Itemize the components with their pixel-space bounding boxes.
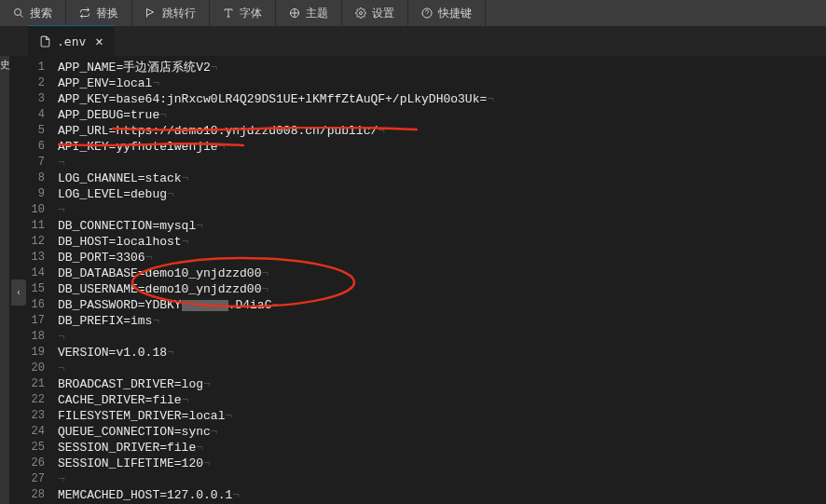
replace-icon xyxy=(79,7,90,19)
toolbar-search[interactable]: 搜索 xyxy=(0,0,66,26)
line-number: 5 xyxy=(9,123,58,139)
line-ending-icon: ¬ xyxy=(232,488,240,502)
toolbar-label: 搜索 xyxy=(30,6,52,21)
line-number: 24 xyxy=(9,424,58,440)
toolbar-replace[interactable]: 替换 xyxy=(66,0,132,26)
toolbar-theme[interactable]: 主题 xyxy=(276,0,342,26)
collapse-sidebar-button[interactable] xyxy=(11,279,26,306)
code-line[interactable]: API_KEY=yyfhotelwenjie¬ xyxy=(58,139,826,155)
left-edge: 史 xyxy=(0,56,9,504)
line-ending-icon: ¬ xyxy=(182,171,189,185)
code-line[interactable]: APP_DEBUG=true¬ xyxy=(58,107,826,123)
line-ending-icon: ¬ xyxy=(152,76,159,90)
line-number: 3 xyxy=(9,91,58,107)
line-ending-icon: ¬ xyxy=(182,235,189,249)
toolbar-label: 替换 xyxy=(96,6,118,21)
toolbar-settings[interactable]: 设置 xyxy=(342,0,408,26)
toolbar-font[interactable]: 字体 xyxy=(210,0,276,26)
line-number: 19 xyxy=(9,345,58,361)
code-line[interactable]: SESSION_DRIVER=file¬ xyxy=(58,440,826,456)
toolbar-label: 设置 xyxy=(372,6,394,21)
line-number: 8 xyxy=(9,170,58,186)
sidebar-hint: 史 xyxy=(0,58,10,72)
code-line[interactable]: ¬ xyxy=(58,155,826,170)
line-number: 9 xyxy=(9,186,58,202)
line-ending-icon: ¬ xyxy=(58,361,65,375)
line-number: 20 xyxy=(9,361,58,376)
code-line[interactable]: VERSION=v1.0.18¬ xyxy=(58,345,826,361)
tab-env[interactable]: .env ✕ xyxy=(28,25,115,56)
toolbar-label: 快捷键 xyxy=(438,6,472,21)
line-ending-icon: ¬ xyxy=(487,92,494,106)
line-ending-icon: ¬ xyxy=(58,472,65,486)
svg-point-0 xyxy=(15,9,21,16)
line-ending-icon: ¬ xyxy=(261,266,268,280)
line-ending-icon: ¬ xyxy=(159,108,167,122)
code-line[interactable]: DB_USERNAME=demo10_ynjdzzd00¬ xyxy=(58,281,826,297)
code-line[interactable]: ¬ xyxy=(58,202,826,218)
line-number: 17 xyxy=(9,313,58,329)
code-area[interactable]: APP_NAME=手边酒店系统V2¬APP_ENV=local¬APP_KEY=… xyxy=(58,56,826,504)
line-ending-icon: ¬ xyxy=(196,219,203,233)
toolbar-label: 字体 xyxy=(240,6,262,21)
line-number: 22 xyxy=(9,392,58,408)
toolbar-goto[interactable]: 跳转行 xyxy=(132,0,210,26)
line-number: 21 xyxy=(9,376,58,392)
toolbar-label: 跳转行 xyxy=(162,6,196,21)
line-number: 1 xyxy=(9,60,58,75)
line-number: 7 xyxy=(9,155,58,170)
tab-bar: .env ✕ xyxy=(0,26,826,56)
code-line[interactable]: DB_CONNECTION=mysql¬ xyxy=(58,218,826,234)
gear-icon xyxy=(355,7,366,19)
editor: 史 12345678910111213141516171819202122232… xyxy=(0,56,826,504)
code-line[interactable]: LOG_CHANNEL=stack¬ xyxy=(58,170,826,186)
svg-point-5 xyxy=(360,12,363,15)
toolbar: 搜索 替换 跳转行 字体 主题 设置 快捷键 xyxy=(0,0,826,26)
code-line[interactable]: LOG_LEVEL=debug¬ xyxy=(58,186,826,202)
line-number: 10 xyxy=(9,202,58,218)
line-number: 25 xyxy=(9,440,58,456)
code-line[interactable]: DB_PASSWORD=YDBKY.D4iaC¬ xyxy=(58,297,826,313)
font-icon xyxy=(223,7,234,19)
line-number: 2 xyxy=(9,75,58,91)
line-number: 13 xyxy=(9,250,58,266)
line-ending-icon: ¬ xyxy=(271,298,279,312)
line-ending-icon: ¬ xyxy=(58,330,65,344)
code-line[interactable]: QUEUE_CONNECTION=sync¬ xyxy=(58,424,826,440)
line-ending-icon: ¬ xyxy=(211,425,218,439)
line-ending-icon: ¬ xyxy=(167,346,174,360)
code-line[interactable]: MEMCACHED_HOST=127.0.0.1¬ xyxy=(58,487,826,503)
line-number: 23 xyxy=(9,408,58,424)
search-icon xyxy=(13,7,24,19)
help-icon xyxy=(421,7,433,19)
chevron-left-icon xyxy=(15,288,22,297)
line-ending-icon: ¬ xyxy=(378,124,385,138)
code-line[interactable]: ¬ xyxy=(58,329,826,345)
code-line[interactable]: FILESYSTEM_DRIVER=local¬ xyxy=(58,408,826,424)
code-line[interactable]: DB_PREFIX=ims¬ xyxy=(58,313,826,329)
code-line[interactable]: DB_HOST=localhost¬ xyxy=(58,234,826,250)
line-number: 18 xyxy=(9,329,58,345)
code-line[interactable]: APP_URL=https://demo10.ynjdzzd008.cn/pub… xyxy=(58,123,826,139)
line-ending-icon: ¬ xyxy=(261,282,268,296)
line-number: 27 xyxy=(9,471,58,487)
code-line[interactable]: DB_DATABASE=demo10_ynjdzzd00¬ xyxy=(58,266,826,281)
code-line[interactable]: ¬ xyxy=(58,471,826,487)
line-ending-icon: ¬ xyxy=(152,314,159,328)
toolbar-shortcut[interactable]: 快捷键 xyxy=(408,0,486,26)
code-line[interactable]: APP_ENV=local¬ xyxy=(58,75,826,91)
close-icon[interactable]: ✕ xyxy=(95,34,103,48)
code-line[interactable]: SESSION_LIFETIME=120¬ xyxy=(58,456,826,471)
code-line[interactable]: APP_NAME=手边酒店系统V2¬ xyxy=(58,60,826,75)
line-number: 26 xyxy=(9,456,58,471)
line-ending-icon: ¬ xyxy=(182,393,189,407)
line-ending-icon: ¬ xyxy=(58,203,65,217)
theme-icon xyxy=(289,7,300,19)
code-line[interactable]: DB_PORT=3306¬ xyxy=(58,250,826,266)
code-line[interactable]: CACHE_DRIVER=file¬ xyxy=(58,392,826,408)
code-line[interactable]: APP_KEY=base64:jnRxcw0LR4Q29DS1UE+lKMffZ… xyxy=(58,91,826,107)
code-line[interactable]: BROADCAST_DRIVER=log¬ xyxy=(58,376,826,392)
file-icon xyxy=(39,35,51,48)
code-line[interactable]: ¬ xyxy=(58,361,826,376)
redacted-block xyxy=(182,300,228,311)
